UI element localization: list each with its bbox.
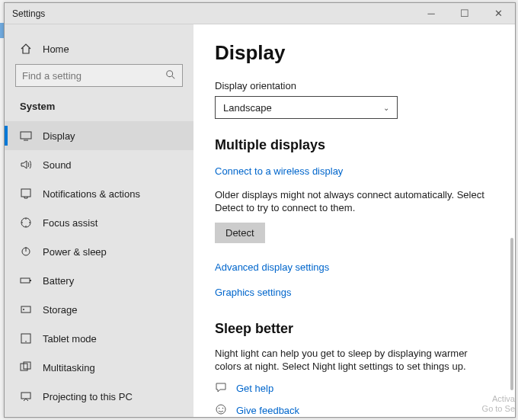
sound-icon xyxy=(20,159,32,171)
nav-label: Storage xyxy=(43,304,78,316)
nav-label: Notifications & actions xyxy=(43,188,140,200)
svg-rect-4 xyxy=(21,189,30,197)
window-title: Settings xyxy=(12,8,45,19)
svg-rect-2 xyxy=(21,132,31,139)
help-label: Get help xyxy=(236,383,273,394)
sidebar-item-notifications[interactable]: Notifications & actions xyxy=(5,179,193,208)
orientation-label: Display orientation xyxy=(215,80,494,91)
svg-rect-8 xyxy=(30,280,31,281)
window-body: Home System Display Sound xyxy=(5,24,515,417)
detect-button[interactable]: Detect xyxy=(215,223,265,243)
older-displays-text: Older displays might not always connect … xyxy=(215,189,489,215)
focus-icon xyxy=(20,216,32,229)
orientation-select[interactable]: Landscape ⌄ xyxy=(215,96,398,119)
nav-list: Display Sound Notifications & actions Fo… xyxy=(5,121,193,417)
sidebar-item-storage[interactable]: Storage xyxy=(5,295,193,324)
search-input[interactable] xyxy=(22,70,165,82)
sidebar-item-multitasking[interactable]: Multitasking xyxy=(5,353,193,382)
multiple-displays-heading: Multiple displays xyxy=(215,137,494,153)
svg-point-18 xyxy=(222,407,224,409)
svg-point-0 xyxy=(167,70,173,76)
activation-watermark: Activa Go to Se xyxy=(482,394,515,414)
sidebar-item-sound[interactable]: Sound xyxy=(5,150,193,179)
settings-window: Settings ─ ☐ ✕ Home System xyxy=(4,2,516,418)
home-label: Home xyxy=(43,43,69,55)
nav-label: Focus assist xyxy=(43,217,98,229)
battery-icon xyxy=(20,274,32,287)
display-icon xyxy=(20,130,32,142)
scrollbar[interactable] xyxy=(510,238,513,390)
svg-point-17 xyxy=(219,407,220,409)
sleep-better-heading: Sleep better xyxy=(215,321,494,337)
svg-rect-9 xyxy=(21,306,30,313)
maximize-button[interactable]: ☐ xyxy=(448,3,481,24)
graphics-settings-link[interactable]: Graphics settings xyxy=(215,287,291,298)
sidebar-item-display[interactable]: Display xyxy=(5,121,193,150)
nav-label: Projecting to this PC xyxy=(43,391,133,402)
feedback-icon xyxy=(215,403,229,417)
svg-line-1 xyxy=(172,75,175,79)
connect-wireless-link[interactable]: Connect to a wireless display xyxy=(215,165,343,177)
minimize-button[interactable]: ─ xyxy=(414,3,448,24)
titlebar[interactable]: Settings ─ ☐ ✕ xyxy=(5,3,515,24)
nav-label: Sound xyxy=(43,159,72,171)
advanced-display-link[interactable]: Advanced display settings xyxy=(215,261,329,273)
nav-label: Battery xyxy=(43,275,74,287)
multitasking-icon xyxy=(20,361,32,374)
orientation-value: Landscape xyxy=(223,102,272,114)
svg-rect-7 xyxy=(21,278,30,283)
sidebar: Home System Display Sound xyxy=(5,24,193,417)
give-feedback-link[interactable]: Give feedback xyxy=(215,403,494,417)
category-label: System xyxy=(5,96,193,121)
nav-label: Display xyxy=(43,130,75,142)
tablet-icon xyxy=(20,332,32,345)
nav-label: Multitasking xyxy=(43,362,95,374)
notifications-icon xyxy=(20,188,32,200)
sidebar-item-focus-assist[interactable]: Focus assist xyxy=(5,208,193,237)
home-button[interactable]: Home xyxy=(5,38,193,64)
page-title: Display xyxy=(215,41,494,65)
svg-point-16 xyxy=(216,405,225,414)
svg-point-12 xyxy=(25,341,27,342)
sidebar-item-battery[interactable]: Battery xyxy=(5,266,193,295)
search-box[interactable] xyxy=(15,64,183,87)
nav-label: Power & sleep xyxy=(43,246,107,258)
power-icon xyxy=(20,245,32,258)
nav-label: Tablet mode xyxy=(43,333,97,345)
help-icon xyxy=(215,381,229,396)
sidebar-item-tablet[interactable]: Tablet mode xyxy=(5,324,193,353)
storage-icon xyxy=(20,303,32,316)
home-icon xyxy=(20,43,32,55)
svg-rect-15 xyxy=(21,393,30,399)
projecting-icon xyxy=(20,390,32,402)
content-area: Display Display orientation Landscape ⌄ … xyxy=(193,24,515,417)
close-button[interactable]: ✕ xyxy=(481,3,515,24)
search-icon xyxy=(165,69,176,82)
svg-point-10 xyxy=(23,309,24,310)
get-help-link[interactable]: Get help xyxy=(215,381,494,396)
sleep-better-text: Night light can help you get to sleep by… xyxy=(215,348,489,374)
window-controls: ─ ☐ ✕ xyxy=(414,3,515,24)
sidebar-item-projecting[interactable]: Projecting to this PC xyxy=(5,382,193,411)
chevron-down-icon: ⌄ xyxy=(383,104,389,112)
sidebar-item-power[interactable]: Power & sleep xyxy=(5,237,193,266)
feedback-label: Give feedback xyxy=(236,405,299,416)
